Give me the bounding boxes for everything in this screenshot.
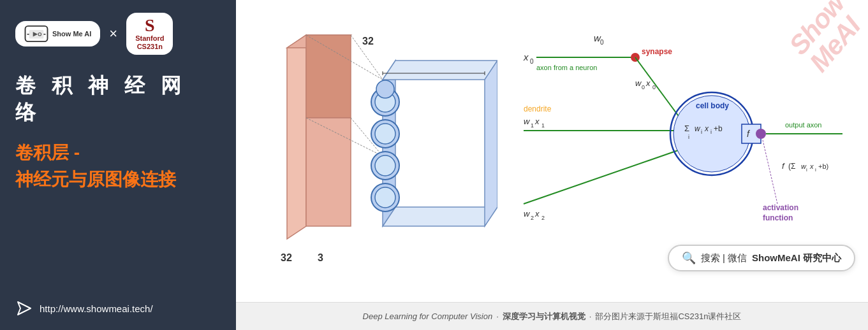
svg-text:2: 2 bbox=[541, 215, 545, 221]
neuron-diagram: x 0 w 0 axon from a neuron synapse w 0 x… bbox=[517, 6, 855, 280]
website-url: http://www.showmeai.tech/ bbox=[40, 303, 153, 314]
svg-text:output axon: output axon bbox=[785, 121, 822, 129]
navigation-icon bbox=[15, 299, 33, 317]
diagram-area: 32 32 3 bbox=[236, 0, 868, 302]
svg-text:w: w bbox=[524, 117, 531, 126]
svg-point-30 bbox=[376, 80, 394, 98]
svg-point-25 bbox=[375, 155, 395, 176]
showmeai-icon bbox=[24, 25, 48, 43]
footer-dot2: · bbox=[589, 312, 592, 321]
svg-marker-7 bbox=[287, 35, 306, 239]
showmeai-logo-badge: Show Me AI bbox=[15, 21, 100, 47]
svg-text:0: 0 bbox=[652, 84, 656, 90]
search-bar[interactable]: 🔍 搜索 | 微信 ShowMeAI 研究中心 bbox=[668, 245, 855, 271]
svg-text:x: x bbox=[645, 78, 651, 88]
main-content: 32 32 3 bbox=[236, 0, 868, 330]
cross-symbol: × bbox=[109, 25, 117, 42]
svg-marker-6 bbox=[18, 302, 31, 315]
svg-text:activation: activation bbox=[763, 203, 798, 212]
svg-text:f: f bbox=[782, 161, 785, 171]
svg-text:i: i bbox=[688, 134, 689, 140]
svg-text:i: i bbox=[815, 167, 816, 173]
main-title: 卷 积 神 经 网 络 bbox=[15, 73, 221, 126]
svg-text:x: x bbox=[534, 209, 540, 219]
stanford-badge: S StanfordCS231n bbox=[126, 13, 173, 55]
svg-text:0: 0 bbox=[642, 84, 645, 90]
svg-text:i: i bbox=[701, 129, 702, 135]
search-text: 搜索 | 微信 bbox=[701, 252, 747, 264]
svg-text:x: x bbox=[534, 117, 540, 126]
svg-text:Σ: Σ bbox=[684, 124, 689, 133]
svg-text:function: function bbox=[763, 213, 793, 222]
svg-text:axon from a neuron: axon from a neuron bbox=[536, 64, 597, 71]
footer-dot1: · bbox=[496, 312, 499, 321]
svg-text:w: w bbox=[695, 124, 701, 133]
svg-text:x: x bbox=[809, 162, 814, 170]
svg-text:32: 32 bbox=[362, 36, 374, 47]
svg-text:1: 1 bbox=[531, 122, 534, 129]
svg-point-70 bbox=[756, 129, 766, 139]
svg-text:synapse: synapse bbox=[642, 47, 672, 56]
svg-text:1: 1 bbox=[541, 122, 545, 129]
svg-text:2: 2 bbox=[531, 215, 534, 221]
svg-text:3: 3 bbox=[318, 252, 323, 263]
svg-text:dendrite: dendrite bbox=[524, 104, 552, 113]
svg-text:cell body: cell body bbox=[696, 101, 729, 110]
svg-text:w: w bbox=[524, 209, 531, 219]
footer: Deep Learning for Computer Vision · 深度学习… bbox=[236, 302, 868, 330]
svg-marker-18 bbox=[383, 207, 497, 226]
svg-marker-21 bbox=[485, 61, 497, 226]
svg-text:i: i bbox=[806, 167, 807, 173]
svg-text:32: 32 bbox=[281, 252, 292, 263]
search-icon: 🔍 bbox=[682, 251, 696, 265]
svg-point-23 bbox=[375, 124, 395, 144]
svg-marker-10 bbox=[306, 118, 351, 226]
svg-marker-9 bbox=[306, 35, 351, 118]
svg-text:0: 0 bbox=[600, 39, 604, 46]
svg-marker-20 bbox=[383, 61, 497, 80]
svg-line-53 bbox=[524, 150, 680, 204]
svg-point-29 bbox=[375, 187, 395, 208]
sidebar: Show Me AI × S StanfordCS231n 卷 积 神 经 网 … bbox=[0, 0, 236, 330]
svg-text:x: x bbox=[523, 52, 529, 62]
svg-text:+b): +b) bbox=[818, 162, 828, 170]
stanford-s: S bbox=[145, 17, 155, 34]
svg-text:i: i bbox=[710, 129, 712, 135]
subtitle-line2: 神经元与原图像连接 bbox=[15, 168, 221, 191]
footer-text1: Deep Learning for Computer Vision bbox=[363, 312, 493, 321]
search-brand: ShowMeAI 研究中心 bbox=[752, 252, 841, 264]
logo-area: Show Me AI × S StanfordCS231n bbox=[15, 13, 221, 55]
svg-line-82 bbox=[763, 140, 777, 204]
stanford-label: StanfordCS231n bbox=[135, 34, 164, 51]
footer-text3: 部分图片来源于斯坦福CS231n课件社区 bbox=[595, 311, 741, 322]
svg-text:0: 0 bbox=[530, 58, 534, 65]
showmeai-text-label: Show Me AI bbox=[52, 30, 91, 38]
website-row: http://www.showmeai.tech/ bbox=[15, 299, 221, 317]
cnn-diagram: 32 32 3 bbox=[249, 10, 497, 271]
svg-text:+b: +b bbox=[714, 124, 723, 133]
footer-text2: 深度学习与计算机视觉 bbox=[503, 311, 585, 322]
svg-text:(Σ: (Σ bbox=[788, 162, 795, 171]
svg-text:x: x bbox=[704, 124, 709, 133]
subtitle-line1: 卷积层 - bbox=[15, 141, 221, 164]
